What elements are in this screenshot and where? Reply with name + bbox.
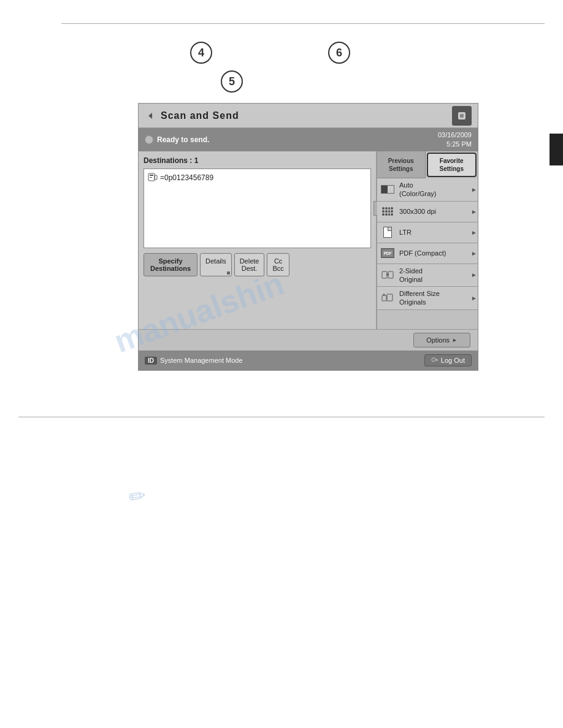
twosided-icon xyxy=(377,270,398,280)
details-corner xyxy=(227,271,230,275)
destination-entry: =0p0123456789 xyxy=(148,173,367,183)
twosided-arrow-icon: ► xyxy=(470,271,478,278)
pdf-icon: PDF xyxy=(381,248,394,258)
back-arrow-icon[interactable] xyxy=(145,110,156,121)
diffsize-arrow-icon: ► xyxy=(470,295,478,301)
dpi-arrow-icon: ► xyxy=(470,208,478,215)
right-bar xyxy=(550,134,563,165)
pencil-icon: ✏ xyxy=(127,483,148,510)
svg-rect-9 xyxy=(382,271,387,278)
screen-title: Scan and Send xyxy=(161,110,239,121)
specify-destinations-button[interactable]: SpecifyDestinations xyxy=(144,253,197,276)
status-text: Ready to send. xyxy=(157,135,209,144)
title-bar: Scan and Send xyxy=(139,104,478,128)
key-icon xyxy=(431,357,439,364)
status-datetime: 03/16/20095:25 PM xyxy=(438,131,472,150)
color-icon xyxy=(377,185,398,194)
previous-settings-tab[interactable]: PreviousSettings xyxy=(377,151,426,178)
svg-rect-14 xyxy=(382,295,386,301)
pdf-label: PDF (Compact) xyxy=(398,246,470,260)
paper-size-icon xyxy=(383,227,392,238)
svg-rect-2 xyxy=(460,114,464,118)
delete-dest-button[interactable]: DeleteDest. xyxy=(234,253,265,276)
svg-marker-0 xyxy=(148,113,152,119)
status-indicator xyxy=(145,135,153,144)
color-arrow-icon: ► xyxy=(470,186,478,193)
fax-icon xyxy=(148,173,158,183)
twosided-svg xyxy=(381,270,394,280)
main-content: Destinations : 1 xyxy=(139,151,478,329)
diffsize-label: Different SizeOriginals xyxy=(398,287,470,309)
svg-rect-10 xyxy=(388,271,393,278)
dots-icon xyxy=(382,207,393,216)
page-container: 4 6 5 Scan and Send xyxy=(0,0,563,728)
pdf-setting-row[interactable]: PDF PDF (Compact) ► xyxy=(377,243,478,264)
bottom-divider xyxy=(18,417,545,417)
dpi-setting-row[interactable]: 300x300 dpi ► xyxy=(377,202,478,222)
color-label: Auto(Color/Gray) xyxy=(398,178,470,201)
twosided-label: 2-SidedOriginal xyxy=(398,264,470,287)
diffsize-setting-row[interactable]: Different SizeOriginals ► xyxy=(377,287,478,310)
details-button[interactable]: Details xyxy=(200,253,232,276)
footer-bar: ID System Management Mode Log Out xyxy=(139,351,478,370)
svg-rect-4 xyxy=(150,175,153,176)
svg-rect-5 xyxy=(150,177,152,178)
paper-label: LTR xyxy=(398,226,470,239)
pdf-icon-area: PDF xyxy=(377,248,398,258)
right-panel: PreviousSettings FavoriteSettings Auto(C… xyxy=(377,151,478,329)
color-setting-row[interactable]: Auto(Color/Gray) ► xyxy=(377,178,478,202)
options-arrow-icon: ► xyxy=(452,337,458,343)
cc-bcc-button[interactable]: CcBcc xyxy=(267,253,289,276)
svg-text:PDF: PDF xyxy=(384,251,392,256)
status-left: Ready to send. xyxy=(145,135,209,144)
step-6: 6 xyxy=(328,42,350,64)
options-label: Options xyxy=(426,336,450,344)
options-button[interactable]: Options ► xyxy=(413,333,470,347)
settings-tabs: PreviousSettings FavoriteSettings xyxy=(377,151,478,178)
svg-marker-17 xyxy=(383,294,385,295)
diffsize-svg xyxy=(381,293,394,303)
paper-icon xyxy=(377,227,398,238)
svg-rect-6 xyxy=(155,175,157,180)
title-bar-left: Scan and Send xyxy=(145,110,239,121)
status-bar: Ready to send. 03/16/20095:25 PM xyxy=(139,128,478,151)
step-5: 5 xyxy=(221,70,243,93)
pdf-arrow-icon: ► xyxy=(470,250,478,257)
footer-left: ID System Management Mode xyxy=(145,357,243,365)
twosided-setting-row[interactable]: 2-SidedOriginal ► xyxy=(377,264,478,287)
dpi-icon xyxy=(377,207,398,216)
destination-number: =0p0123456789 xyxy=(160,173,213,182)
bottom-options-area: Options ► xyxy=(139,329,478,351)
dpi-label: 300x300 dpi xyxy=(398,205,470,218)
step-4: 4 xyxy=(190,42,212,64)
title-icon-box xyxy=(452,106,472,126)
color-swatch-icon xyxy=(381,185,394,194)
logout-label: Log Out xyxy=(441,357,465,364)
left-panel-buttons: SpecifyDestinations Details DeleteDest. … xyxy=(144,253,371,276)
destinations-box: =0p0123456789 xyxy=(144,169,371,248)
paper-arrow-icon: ► xyxy=(470,229,478,236)
svg-rect-15 xyxy=(387,294,393,301)
screen: Scan and Send Ready to send. 03/16/20095… xyxy=(138,103,478,371)
diffsize-icon xyxy=(377,293,398,303)
top-divider xyxy=(61,23,545,24)
settings-rows: Auto(Color/Gray) ► 300x300 dpi xyxy=(377,178,478,310)
logout-button[interactable]: Log Out xyxy=(424,354,472,366)
svg-point-18 xyxy=(432,358,435,362)
left-panel: Destinations : 1 xyxy=(139,151,377,329)
id-badge: ID xyxy=(145,357,157,365)
system-mode-text: System Management Mode xyxy=(160,357,243,364)
paper-setting-row[interactable]: LTR ► xyxy=(377,222,478,243)
destinations-label: Destinations : 1 xyxy=(144,156,371,165)
favorite-settings-tab[interactable]: FavoriteSettings xyxy=(427,153,477,177)
